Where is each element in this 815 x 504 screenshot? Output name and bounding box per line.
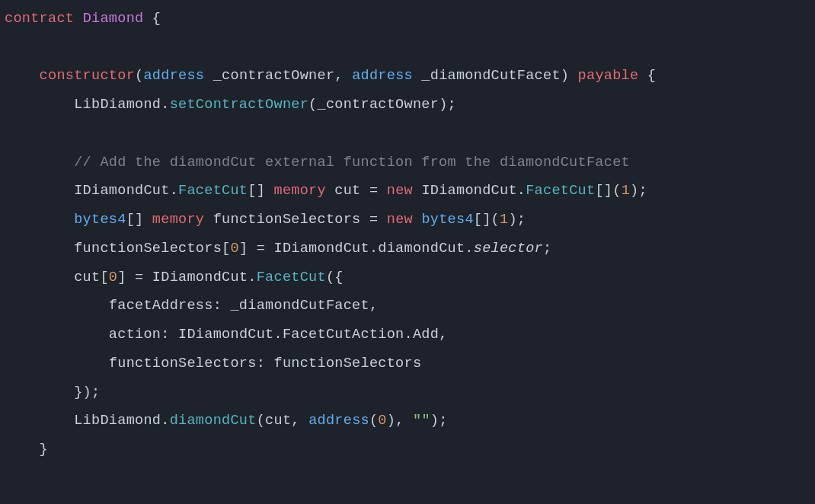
fn-diamondcut: diamondCut <box>378 241 465 257</box>
type-address: address <box>143 68 204 84</box>
type-facetcut: FacetCut <box>178 183 248 199</box>
identifier-idiamondcut: IDiamondCut <box>74 183 169 199</box>
keyword-new: new <box>387 183 413 199</box>
key-action: action <box>109 327 161 343</box>
var-function-selectors: functionSelectors <box>213 212 361 228</box>
keyword-memory: memory <box>273 183 325 199</box>
param-diamond-cut-facet: _diamondCutFacet <box>421 68 560 84</box>
fn-diamondcut: diamondCut <box>170 413 257 429</box>
enum-add: Add <box>413 327 439 343</box>
arg-contract-owner: _contractOwner <box>318 97 439 113</box>
var-cut: cut <box>334 183 360 199</box>
key-function-selectors: functionSelectors <box>109 356 257 372</box>
prop-selector: selector <box>474 241 543 257</box>
brace: { <box>143 11 161 27</box>
type-bytes4: bytes4 <box>74 212 126 228</box>
keyword-payable: payable <box>578 68 639 84</box>
number-one: 1 <box>622 183 630 199</box>
comment-line: // Add the diamondCut external function … <box>74 155 630 171</box>
key-facet-address: facetAddress <box>109 298 213 314</box>
string-empty: "" <box>413 413 430 429</box>
param-contract-owner: _contractOwner <box>213 68 335 84</box>
keyword-constructor: constructor <box>40 68 135 84</box>
fn-set-contract-owner: setContractOwner <box>170 97 308 113</box>
contract-name: Diamond <box>83 11 144 27</box>
identifier-libdiamond: LibDiamond <box>74 97 161 113</box>
type-facetcutaction: FacetCutAction <box>283 327 404 343</box>
code-block: contract Diamond { constructor(address _… <box>5 5 810 464</box>
keyword-contract: contract <box>5 11 74 27</box>
number-zero: 0 <box>230 241 238 257</box>
type-address: address <box>352 68 413 84</box>
